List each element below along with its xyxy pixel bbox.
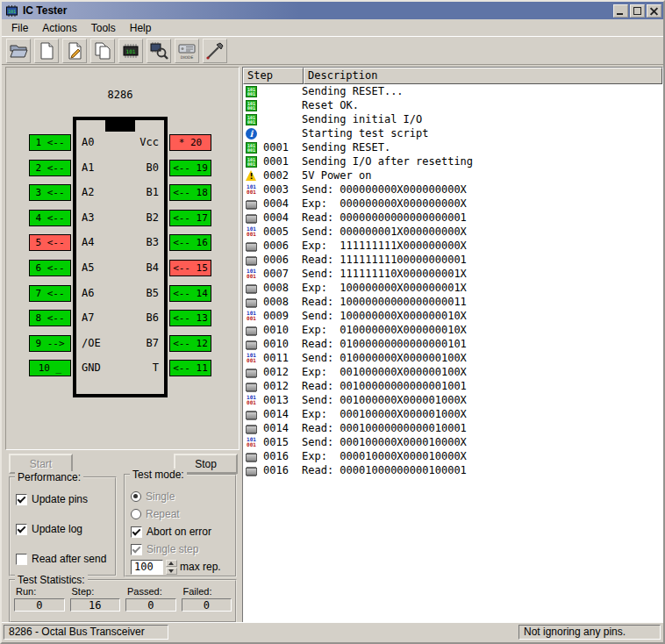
toolbar-copy-button[interactable] [90, 39, 115, 63]
log-step: 0010 [263, 338, 302, 350]
pin-10-box[interactable]: 10 _ [29, 360, 71, 376]
log-row[interactable]: 0003Send: 000000000X000000000X [243, 182, 662, 197]
pin-2-box[interactable]: 2 <-- [29, 160, 71, 176]
log-row[interactable]: 0010Read: 01000000000000000101 [243, 337, 662, 351]
log-row[interactable]: 0012Exp: 001000000X000000100X [243, 365, 662, 379]
log-row[interactable]: 0008Exp: 100000000X000000001X [243, 281, 662, 295]
pin-20-box[interactable]: * 20 [169, 134, 211, 151]
pin-19-box[interactable]: <-- 19 [169, 160, 211, 176]
update-log-label[interactable]: Update log [32, 523, 82, 535]
pin-12-box[interactable]: <-- 12 [169, 335, 211, 352]
menu-help[interactable]: Help [123, 20, 159, 36]
log-row[interactable]: 0001Sending RESET. [243, 140, 662, 154]
log-header-step[interactable]: Step [243, 68, 304, 84]
log-row[interactable]: 0011Send: 010000000X000000100X [243, 351, 662, 365]
status-chip-info: 8286 - Octal Bus Transceiver [4, 625, 168, 640]
pin-15-box[interactable]: <-- 15 [169, 260, 211, 276]
log-description: Exp: 100000000X000000001X [302, 282, 467, 294]
toolbar-probe-button[interactable] [203, 39, 227, 63]
log-row[interactable]: 0016Exp: 000010000X000010000X [243, 449, 662, 463]
log-step: 0001 [263, 141, 302, 154]
toolbar-edit-button[interactable] [62, 39, 87, 63]
menu-actions[interactable]: Actions [35, 20, 83, 36]
log-row[interactable]: Sending initial I/O [243, 112, 662, 126]
pin-7-label-a6: A6 [82, 285, 94, 302]
test-chip-icon: 101 [121, 41, 140, 61]
log-row[interactable]: 0015Send: 000100000X000010000X [243, 435, 662, 449]
pin-7-box[interactable]: 7 <-- [29, 285, 71, 302]
log-description: Read: 10000000000000000011 [302, 296, 467, 308]
read-after-send-label[interactable]: Read after send [32, 553, 106, 565]
menu-file[interactable]: File [4, 20, 35, 36]
title-bar[interactable]: 101 IC Tester [2, 2, 663, 19]
log-row[interactable]: 0006Exp: 111111111X000000000X [243, 239, 662, 253]
pin-5-box[interactable]: 5 <-- [29, 234, 71, 251]
pin-18-box[interactable]: <-- 18 [169, 184, 211, 201]
minimize-button[interactable] [613, 4, 628, 18]
pin-14-box[interactable]: <-- 14 [169, 285, 211, 302]
toolbar-inspect-chip-button[interactable] [147, 39, 171, 63]
toolbar-open-button[interactable] [6, 39, 31, 63]
pin-9-box[interactable]: 9 --> [29, 335, 71, 352]
pin-1-box[interactable]: 1 <-- [29, 134, 71, 151]
log-row[interactable]: 0014Read: 00010000000000010001 [243, 421, 662, 435]
log-step: 0005 [263, 225, 302, 238]
log-header-description[interactable]: Description [304, 68, 662, 84]
stat-value-run: 0 [14, 598, 65, 612]
update-pins-checkbox[interactable] [16, 494, 27, 505]
pin-11-box[interactable]: <-- 11 [169, 360, 211, 376]
pin-3-box[interactable]: 3 <-- [29, 184, 71, 201]
abort-on-error-checkbox[interactable] [131, 526, 142, 538]
max-rep-increment-button[interactable] [166, 560, 177, 567]
toolbar-diode-chip-button[interactable]: DIODE [175, 39, 199, 63]
send-data-icon [246, 353, 257, 364]
send-ok-icon [246, 156, 257, 168]
read-chip-icon [246, 285, 257, 293]
log-row[interactable]: Starting test script [243, 126, 662, 140]
chip-body [73, 117, 168, 397]
pin-17-box[interactable]: <-- 17 [169, 210, 211, 226]
log-row[interactable]: Reset OK. [243, 98, 662, 112]
log-step: 0002 [263, 169, 302, 182]
log-row[interactable]: 0012Read: 00100000000000001001 [243, 379, 662, 393]
test-mode-title: Test mode: [130, 469, 187, 481]
send-data-icon [246, 268, 257, 280]
pin-16-box[interactable]: <-- 16 [169, 234, 211, 251]
read-chip-icon [246, 383, 257, 391]
log-row[interactable]: 0010Exp: 010000000X000000010X [243, 323, 662, 337]
pin-8-box[interactable]: 8 <-- [29, 310, 71, 326]
pin-13-box[interactable]: <-- 13 [169, 310, 211, 326]
close-button[interactable] [647, 4, 661, 18]
maximize-button[interactable] [630, 4, 645, 18]
log-row[interactable]: 0014Exp: 000100000X000001000X [243, 407, 662, 421]
log-row[interactable]: 0001Sending I/O after resetting [243, 154, 662, 168]
update-pins-label[interactable]: Update pins [32, 493, 88, 505]
pin-6-box[interactable]: 6 <-- [29, 260, 71, 276]
read-after-send-checkbox[interactable] [16, 554, 27, 565]
log-row[interactable]: 0004Read: 00000000000000000001 [243, 211, 662, 225]
max-rep-decrement-button[interactable] [166, 568, 177, 575]
log-row[interactable]: 00025V Power on [243, 168, 662, 182]
toolbar-new-button[interactable] [34, 39, 59, 63]
log-row[interactable]: 0006Read: 11111111100000000001 [243, 253, 662, 267]
menu-tools[interactable]: Tools [84, 20, 123, 36]
log-row[interactable]: 0005Send: 000000001X000000000X [243, 225, 662, 239]
update-log-checkbox[interactable] [16, 524, 27, 535]
new-icon [37, 41, 56, 61]
pin-4-box[interactable]: 4 <-- [29, 210, 71, 226]
abort-on-error-label[interactable]: Abort on error [147, 526, 211, 538]
log-row[interactable]: 0009Send: 100000000X000000010X [243, 309, 662, 323]
log-row[interactable]: Sending RESET... [243, 84, 662, 98]
log-description: Exp: 010000000X000000010X [302, 324, 467, 336]
stat-label-run: Run: [14, 586, 65, 597]
log-row[interactable]: 0013Send: 001000000X000001000X [243, 393, 662, 407]
log-step: 0012 [263, 366, 302, 378]
toolbar-test-chip-button[interactable]: 101 [118, 39, 143, 63]
pin-1-label-a0: A0 [82, 134, 94, 151]
log-row[interactable]: 0008Read: 10000000000000000011 [243, 295, 662, 309]
log-row[interactable]: 0016Read: 00001000000000100001 [243, 463, 662, 477]
log-step: 0004 [263, 211, 302, 224]
max-rep-input[interactable]: 100 [131, 560, 163, 575]
log-row[interactable]: 0004Exp: 000000000X000000000X [243, 197, 662, 211]
log-row[interactable]: 0007Send: 111111110X000000001X [243, 267, 662, 281]
